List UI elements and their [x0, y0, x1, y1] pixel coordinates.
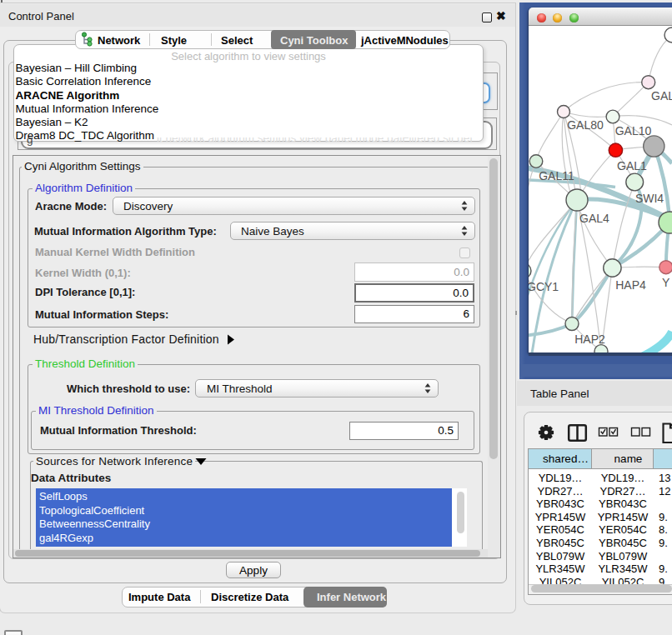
svg-text:SWI4: SWI4 — [635, 192, 664, 205]
svg-text:HAP2: HAP2 — [574, 332, 605, 346]
svg-text:GAL1: GAL1 — [617, 159, 647, 172]
svg-text:GAL11: GAL11 — [539, 169, 574, 182]
svg-text:GAL2: GAL2 — [651, 89, 672, 102]
svg-text:Y: Y — [662, 276, 670, 289]
svg-text:GAL80: GAL80 — [567, 118, 604, 132]
svg-text:GCY1: GCY1 — [529, 280, 559, 293]
svg-text:GAL4: GAL4 — [579, 212, 609, 225]
svg-text:GAL10: GAL10 — [615, 124, 652, 138]
svg-text:HAP4: HAP4 — [615, 278, 646, 292]
